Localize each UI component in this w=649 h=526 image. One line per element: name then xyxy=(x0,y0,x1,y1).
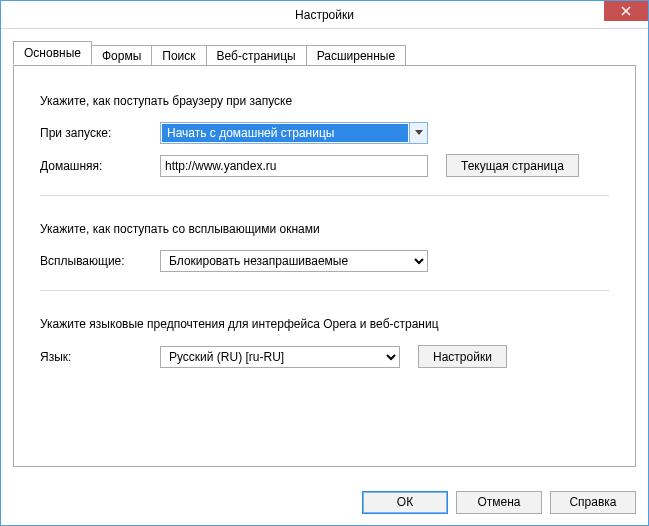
on-startup-value: Начать с домашней страницы xyxy=(162,124,408,142)
close-icon xyxy=(621,6,631,16)
language-settings-button[interactable]: Настройки xyxy=(418,345,507,368)
close-button[interactable] xyxy=(604,1,648,21)
dialog-footer: ОК Отмена Справка xyxy=(1,479,648,525)
language-label: Язык: xyxy=(40,350,160,364)
cancel-button[interactable]: Отмена xyxy=(456,491,542,514)
svg-marker-2 xyxy=(415,130,423,135)
separator xyxy=(40,290,609,291)
tab-webpages[interactable]: Веб-страницы xyxy=(206,45,307,66)
language-desc: Укажите языковые предпочтения для интерф… xyxy=(40,317,609,331)
titlebar: Настройки xyxy=(1,1,648,29)
row-on-startup: При запуске: Начать с домашней страницы xyxy=(40,122,609,144)
dialog-body: Основные Формы Поиск Веб-страницы Расшир… xyxy=(1,29,648,479)
tab-search[interactable]: Поиск xyxy=(151,45,206,66)
tab-forms[interactable]: Формы xyxy=(91,45,152,66)
row-popups: Всплывающие: Блокировать незапрашиваемые xyxy=(40,250,609,272)
tabpanel-general: Укажите, как поступать браузеру при запу… xyxy=(13,65,636,467)
popups-desc: Укажите, как поступать со всплывающими о… xyxy=(40,222,609,236)
on-startup-dropdown-button[interactable] xyxy=(409,123,427,143)
ok-button[interactable]: ОК xyxy=(362,491,448,514)
help-button[interactable]: Справка xyxy=(550,491,636,514)
popups-select[interactable]: Блокировать незапрашиваемые xyxy=(160,250,428,272)
on-startup-select[interactable]: Начать с домашней страницы xyxy=(160,122,428,144)
row-language: Язык: Русский (RU) [ru-RU] Настройки xyxy=(40,345,609,368)
homepage-label: Домашняя: xyxy=(40,159,160,173)
on-startup-label: При запуске: xyxy=(40,126,160,140)
tab-general[interactable]: Основные xyxy=(13,41,92,65)
homepage-input[interactable] xyxy=(160,155,428,177)
language-select[interactable]: Русский (RU) [ru-RU] xyxy=(160,346,400,368)
tab-advanced[interactable]: Расширенные xyxy=(306,45,407,66)
current-page-button[interactable]: Текущая страница xyxy=(446,154,579,177)
separator xyxy=(40,195,609,196)
popups-label: Всплывающие: xyxy=(40,254,160,268)
window-title: Настройки xyxy=(295,8,354,22)
row-homepage: Домашняя: Текущая страница xyxy=(40,154,609,177)
chevron-down-icon xyxy=(415,130,423,136)
startup-desc: Укажите, как поступать браузеру при запу… xyxy=(40,94,609,108)
tabstrip: Основные Формы Поиск Веб-страницы Расшир… xyxy=(13,41,636,65)
settings-window: Настройки Основные Формы Поиск Веб-стран… xyxy=(0,0,649,526)
